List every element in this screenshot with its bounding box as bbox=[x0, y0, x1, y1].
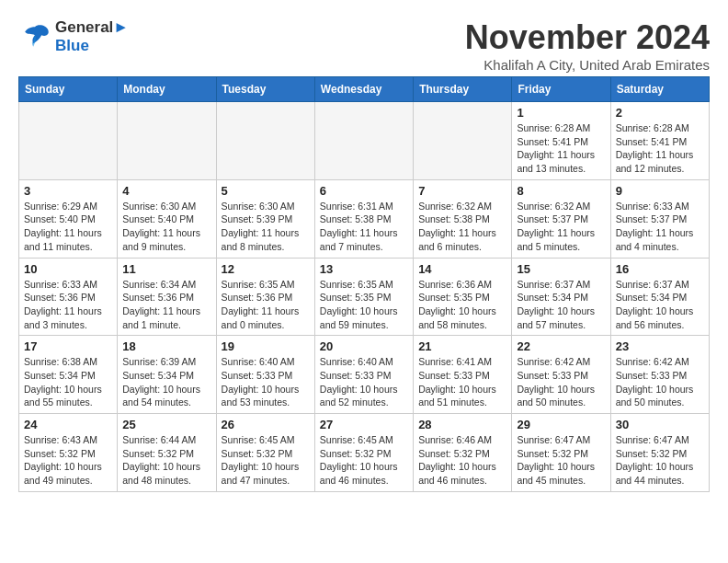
calendar-cell: 28Sunrise: 6:46 AM Sunset: 5:32 PM Dayli… bbox=[414, 414, 512, 492]
logo-text: General► Blue bbox=[55, 18, 129, 55]
day-info: Sunrise: 6:39 AM Sunset: 5:34 PM Dayligh… bbox=[122, 355, 210, 409]
day-info: Sunrise: 6:31 AM Sunset: 5:38 PM Dayligh… bbox=[320, 200, 408, 254]
day-number: 28 bbox=[418, 418, 506, 431]
day-number: 6 bbox=[320, 184, 408, 198]
day-number: 8 bbox=[517, 184, 605, 198]
weekday-header-tuesday: Tuesday bbox=[216, 77, 314, 102]
day-number: 17 bbox=[24, 339, 112, 353]
day-info: Sunrise: 6:38 AM Sunset: 5:34 PM Dayligh… bbox=[24, 355, 112, 409]
calendar-cell: 10Sunrise: 6:33 AM Sunset: 5:36 PM Dayli… bbox=[19, 258, 118, 336]
calendar-cell: 19Sunrise: 6:40 AM Sunset: 5:33 PM Dayli… bbox=[216, 336, 314, 414]
calendar-cell: 21Sunrise: 6:41 AM Sunset: 5:33 PM Dayli… bbox=[414, 336, 512, 414]
day-info: Sunrise: 6:43 AM Sunset: 5:32 PM Dayligh… bbox=[24, 433, 112, 488]
day-number: 16 bbox=[616, 262, 704, 276]
day-number: 3 bbox=[24, 184, 112, 198]
logo-icon bbox=[18, 20, 51, 53]
day-info: Sunrise: 6:35 AM Sunset: 5:35 PM Dayligh… bbox=[320, 278, 408, 332]
logo: General► Blue bbox=[18, 18, 129, 55]
day-info: Sunrise: 6:30 AM Sunset: 5:40 PM Dayligh… bbox=[122, 200, 210, 254]
day-info: Sunrise: 6:40 AM Sunset: 5:33 PM Dayligh… bbox=[320, 355, 408, 409]
calendar-cell: 20Sunrise: 6:40 AM Sunset: 5:33 PM Dayli… bbox=[314, 336, 413, 414]
calendar-cell: 22Sunrise: 6:42 AM Sunset: 5:33 PM Dayli… bbox=[512, 336, 610, 414]
weekday-header-monday: Monday bbox=[118, 77, 216, 102]
day-info: Sunrise: 6:33 AM Sunset: 5:37 PM Dayligh… bbox=[616, 200, 704, 254]
day-number: 9 bbox=[616, 184, 704, 198]
calendar-cell: 26Sunrise: 6:45 AM Sunset: 5:32 PM Dayli… bbox=[216, 414, 314, 492]
day-info: Sunrise: 6:46 AM Sunset: 5:32 PM Dayligh… bbox=[418, 433, 506, 488]
day-info: Sunrise: 6:34 AM Sunset: 5:36 PM Dayligh… bbox=[122, 278, 210, 332]
day-info: Sunrise: 6:32 AM Sunset: 5:37 PM Dayligh… bbox=[517, 200, 605, 254]
day-info: Sunrise: 6:28 AM Sunset: 5:41 PM Dayligh… bbox=[616, 121, 704, 176]
calendar-cell: 17Sunrise: 6:38 AM Sunset: 5:34 PM Dayli… bbox=[19, 336, 118, 414]
calendar-cell: 5Sunrise: 6:30 AM Sunset: 5:39 PM Daylig… bbox=[216, 179, 314, 258]
day-number: 20 bbox=[320, 339, 408, 353]
day-info: Sunrise: 6:37 AM Sunset: 5:34 PM Dayligh… bbox=[616, 278, 704, 332]
calendar-cell bbox=[216, 102, 314, 180]
day-info: Sunrise: 6:33 AM Sunset: 5:36 PM Dayligh… bbox=[24, 278, 112, 332]
calendar-cell: 6Sunrise: 6:31 AM Sunset: 5:38 PM Daylig… bbox=[314, 179, 413, 258]
day-number: 4 bbox=[122, 184, 210, 198]
calendar-cell: 23Sunrise: 6:42 AM Sunset: 5:33 PM Dayli… bbox=[610, 336, 709, 414]
day-number: 29 bbox=[517, 418, 605, 431]
calendar-cell bbox=[414, 102, 512, 180]
calendar-cell: 18Sunrise: 6:39 AM Sunset: 5:34 PM Dayli… bbox=[118, 336, 216, 414]
day-info: Sunrise: 6:32 AM Sunset: 5:38 PM Dayligh… bbox=[418, 200, 506, 254]
calendar-cell: 4Sunrise: 6:30 AM Sunset: 5:40 PM Daylig… bbox=[118, 179, 216, 258]
day-info: Sunrise: 6:40 AM Sunset: 5:33 PM Dayligh… bbox=[222, 355, 310, 409]
calendar-cell: 27Sunrise: 6:45 AM Sunset: 5:32 PM Dayli… bbox=[314, 414, 413, 492]
calendar-cell: 16Sunrise: 6:37 AM Sunset: 5:34 PM Dayli… bbox=[610, 258, 709, 336]
calendar-table: SundayMondayTuesdayWednesdayThursdayFrid… bbox=[18, 76, 710, 492]
calendar-cell: 8Sunrise: 6:32 AM Sunset: 5:37 PM Daylig… bbox=[512, 179, 610, 258]
day-info: Sunrise: 6:37 AM Sunset: 5:34 PM Dayligh… bbox=[517, 278, 605, 332]
day-info: Sunrise: 6:30 AM Sunset: 5:39 PM Dayligh… bbox=[222, 200, 310, 254]
weekday-header-saturday: Saturday bbox=[610, 77, 709, 102]
day-info: Sunrise: 6:47 AM Sunset: 5:32 PM Dayligh… bbox=[517, 433, 605, 488]
day-info: Sunrise: 6:45 AM Sunset: 5:32 PM Dayligh… bbox=[320, 433, 408, 488]
calendar-cell: 14Sunrise: 6:36 AM Sunset: 5:35 PM Dayli… bbox=[414, 258, 512, 336]
week-row-3: 10Sunrise: 6:33 AM Sunset: 5:36 PM Dayli… bbox=[19, 258, 710, 336]
calendar-cell bbox=[19, 102, 118, 180]
calendar-cell: 9Sunrise: 6:33 AM Sunset: 5:37 PM Daylig… bbox=[610, 179, 709, 258]
day-number: 14 bbox=[418, 262, 506, 276]
calendar-cell: 29Sunrise: 6:47 AM Sunset: 5:32 PM Dayli… bbox=[512, 414, 610, 492]
calendar-cell: 25Sunrise: 6:44 AM Sunset: 5:32 PM Dayli… bbox=[118, 414, 216, 492]
day-number: 11 bbox=[122, 262, 210, 276]
day-number: 23 bbox=[616, 339, 704, 353]
calendar-cell: 2Sunrise: 6:28 AM Sunset: 5:41 PM Daylig… bbox=[610, 102, 709, 180]
week-row-2: 3Sunrise: 6:29 AM Sunset: 5:40 PM Daylig… bbox=[19, 179, 710, 258]
day-number: 22 bbox=[517, 339, 605, 353]
month-title: November 2024 bbox=[465, 18, 710, 57]
calendar-cell bbox=[314, 102, 413, 180]
day-info: Sunrise: 6:28 AM Sunset: 5:41 PM Dayligh… bbox=[517, 121, 605, 176]
day-number: 15 bbox=[517, 262, 605, 276]
day-info: Sunrise: 6:29 AM Sunset: 5:40 PM Dayligh… bbox=[24, 200, 112, 254]
calendar-cell: 15Sunrise: 6:37 AM Sunset: 5:34 PM Dayli… bbox=[512, 258, 610, 336]
weekday-header-wednesday: Wednesday bbox=[314, 77, 413, 102]
day-info: Sunrise: 6:47 AM Sunset: 5:32 PM Dayligh… bbox=[616, 433, 704, 488]
calendar-cell: 13Sunrise: 6:35 AM Sunset: 5:35 PM Dayli… bbox=[314, 258, 413, 336]
day-info: Sunrise: 6:36 AM Sunset: 5:35 PM Dayligh… bbox=[418, 278, 506, 332]
day-number: 19 bbox=[222, 339, 310, 353]
weekday-header-row: SundayMondayTuesdayWednesdayThursdayFrid… bbox=[19, 77, 710, 102]
weekday-header-friday: Friday bbox=[512, 77, 610, 102]
day-number: 18 bbox=[122, 339, 210, 353]
week-row-5: 24Sunrise: 6:43 AM Sunset: 5:32 PM Dayli… bbox=[19, 414, 710, 492]
weekday-header-thursday: Thursday bbox=[414, 77, 512, 102]
day-number: 21 bbox=[418, 339, 506, 353]
day-info: Sunrise: 6:44 AM Sunset: 5:32 PM Dayligh… bbox=[122, 433, 210, 488]
title-block: November 2024 Khalifah A City, United Ar… bbox=[465, 18, 710, 73]
calendar-cell: 3Sunrise: 6:29 AM Sunset: 5:40 PM Daylig… bbox=[19, 179, 118, 258]
day-number: 12 bbox=[222, 262, 310, 276]
location: Khalifah A City, United Arab Emirates bbox=[465, 57, 710, 73]
week-row-4: 17Sunrise: 6:38 AM Sunset: 5:34 PM Dayli… bbox=[19, 336, 710, 414]
day-number: 27 bbox=[320, 418, 408, 431]
day-number: 30 bbox=[616, 418, 704, 431]
week-row-1: 1Sunrise: 6:28 AM Sunset: 5:41 PM Daylig… bbox=[19, 102, 710, 180]
weekday-header-sunday: Sunday bbox=[19, 77, 118, 102]
day-number: 5 bbox=[222, 184, 310, 198]
day-number: 7 bbox=[418, 184, 506, 198]
day-number: 13 bbox=[320, 262, 408, 276]
day-info: Sunrise: 6:35 AM Sunset: 5:36 PM Dayligh… bbox=[222, 278, 310, 332]
calendar-cell: 7Sunrise: 6:32 AM Sunset: 5:38 PM Daylig… bbox=[414, 179, 512, 258]
day-number: 10 bbox=[24, 262, 112, 276]
